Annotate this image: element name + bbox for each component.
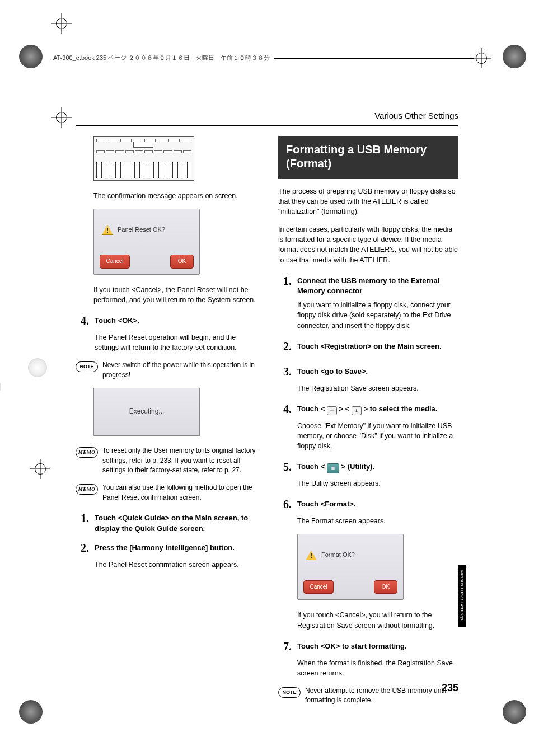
step-number: 7. — [278, 638, 292, 655]
registration-mark-icon — [54, 16, 69, 31]
section-title: Various Other Settings — [76, 110, 458, 122]
step-title: Touch <go to Save>. — [297, 367, 368, 380]
step-number: 2. — [278, 339, 292, 355]
section-title-row: Various Other Settings — [76, 110, 458, 126]
registration-mark-icon — [54, 110, 69, 125]
step-body: The Format screen appears. — [297, 516, 458, 526]
step-number: 3. — [278, 364, 292, 380]
intro-paragraph: The process of preparing USB memory or f… — [278, 186, 458, 217]
step-number: 4. — [278, 401, 292, 417]
book-header: AT-900_e.book 235 ページ ２００８年９月１６日 火曜日 午前１… — [53, 53, 484, 64]
note-text: Never attempt to remove the USB memory u… — [305, 686, 458, 706]
book-header-text: AT-900_e.book 235 ページ ２００８年９月１６日 火曜日 午前１… — [53, 54, 274, 63]
intro-paragraph: In certain cases, particularly with flop… — [278, 224, 458, 265]
step-1: 1. Connect the USB memory to the Externa… — [278, 273, 458, 297]
print-side-mark — [0, 377, 1, 396]
minus-key-icon: − — [327, 406, 337, 415]
step-4r: 4. Touch < − > < + > to select the media… — [278, 401, 458, 417]
cancel-button[interactable]: Cancel — [303, 580, 334, 594]
step-body: The Registration Save screen appears. — [297, 383, 458, 393]
step-2b: 2. Press the [Harmony Intelligence] butt… — [76, 540, 256, 556]
page-content: Various Other Settings The confirmation … — [76, 78, 458, 688]
warning-icon — [102, 225, 113, 235]
page-number: 235 — [442, 680, 458, 695]
feature-heading: Formatting a USB Memory (Format) — [278, 136, 458, 179]
step-body: When the format is finished, the Registr… — [297, 658, 458, 678]
step-title: Touch <OK>. — [95, 316, 139, 329]
cancel-explanation: If you touch <Cancel>, you will return t… — [297, 610, 458, 630]
step-title: Connect the USB memory to the External M… — [297, 276, 458, 297]
step-title: Touch <Format>. — [297, 499, 356, 513]
confirmation-text: The confirmation message appears on scre… — [93, 191, 256, 201]
cancel-button[interactable]: Cancel — [100, 255, 130, 269]
step-title: Touch <OK> to start formatting. — [297, 641, 407, 655]
left-column: The confirmation message appears on scre… — [76, 136, 256, 713]
step-number: 4. — [76, 313, 89, 329]
step-title: Touch <Quick Guide> on the Main screen, … — [95, 513, 256, 534]
warning-icon — [306, 550, 317, 560]
step-number: 5. — [278, 459, 292, 475]
memo-badge: MEMO — [76, 484, 98, 495]
utility-key-icon — [327, 463, 339, 473]
print-side-mark — [28, 358, 47, 377]
step-2: 2. Touch <Registration> on the Main scre… — [278, 339, 458, 355]
panel-reset-dialog: Panel Reset OK? Cancel OK — [93, 209, 200, 275]
memo-text: You can also use the following method to… — [102, 483, 256, 503]
side-tab-label: Various Other Settings — [458, 570, 465, 621]
step-body: Choose "Ext Memory" if you want to initi… — [297, 421, 458, 451]
dialog-message: Panel Reset OK? — [118, 226, 165, 234]
right-column: Formatting a USB Memory (Format) The pro… — [278, 136, 458, 713]
step-number: 1. — [76, 510, 89, 534]
note-badge: NOTE — [278, 687, 301, 698]
print-corner-mark — [503, 700, 526, 724]
keyboard-illustration — [93, 136, 194, 181]
memo-badge: MEMO — [76, 447, 98, 458]
horizontal-rule — [76, 125, 458, 126]
step-number: 2. — [76, 540, 89, 556]
cancel-explanation: If you touch <Cancel>, the Panel Reset w… — [93, 285, 256, 305]
step-5: 5. Touch < > (Utility). — [278, 459, 458, 475]
step-body: The Panel Reset confirmation screen appe… — [95, 560, 256, 570]
step-body: The Utility screen appears. — [297, 478, 458, 489]
memo-text: To reset only the User memory to its ori… — [102, 446, 256, 475]
step-title: Touch < − > < + > to select the media. — [297, 404, 437, 417]
step-title: Press the [Harmony Intelligence] button. — [95, 543, 235, 556]
format-dialog: Format OK? Cancel OK — [297, 534, 404, 600]
executing-text: Executing... — [129, 407, 165, 416]
step-title: Touch < > (Utility). — [297, 462, 374, 475]
ok-button[interactable]: OK — [170, 255, 194, 269]
step-body: The Panel Reset operation will begin, an… — [95, 332, 256, 353]
note-badge: NOTE — [76, 361, 98, 372]
executing-dialog: Executing... — [93, 388, 200, 436]
print-corner-mark — [19, 45, 43, 68]
step-6: 6. Touch <Format>. — [278, 496, 458, 513]
step-3: 3. Touch <go to Save>. — [278, 364, 458, 380]
step-number: 1. — [278, 273, 292, 297]
step-body: If you want to initialize a floppy disk,… — [297, 300, 458, 330]
print-corner-mark — [19, 700, 43, 724]
step-7: 7. Touch <OK> to start formatting. — [278, 638, 458, 655]
note-text: Never switch off the power while this op… — [102, 360, 256, 380]
dialog-message: Format OK? — [321, 551, 355, 560]
registration-mark-icon — [32, 461, 48, 477]
step-4: 4. Touch <OK>. — [76, 313, 256, 329]
step-number: 6. — [278, 496, 292, 513]
plus-key-icon: + — [352, 406, 362, 415]
print-corner-mark — [503, 45, 526, 68]
step-title: Touch <Registration> on the Main screen. — [297, 341, 442, 355]
ok-button[interactable]: OK — [374, 580, 397, 594]
step-1b: 1. Touch <Quick Guide> on the Main scree… — [76, 510, 256, 534]
